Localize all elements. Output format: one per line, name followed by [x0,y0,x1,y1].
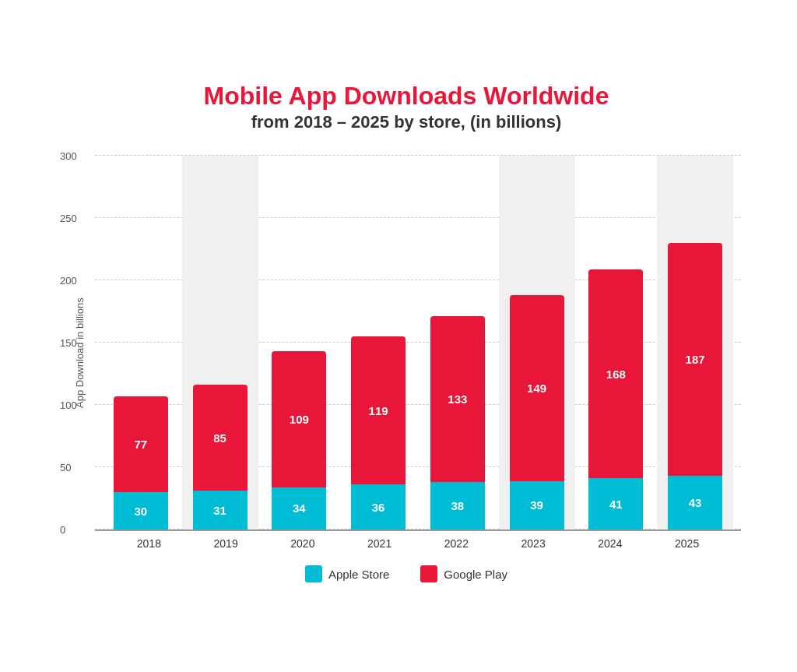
grid-label-250: 250 [60,213,77,224]
grid-label-200: 200 [60,275,77,287]
x-label-2019: 2019 [188,537,265,550]
chart-container: Mobile App Downloads Worldwide from 2018… [25,58,772,614]
x-label-2025: 2025 [648,537,725,550]
x-axis-line [95,530,741,531]
bar-group-wrapper-2022: 13338 [420,156,496,530]
bar-stack-2021: 11936 [351,336,406,530]
chart-area: App Download in billions 050100150200250… [72,156,741,550]
grid-label-0: 0 [60,524,65,536]
legend-label-apple: Apple Store [328,568,389,581]
bar-stack-2022: 13338 [430,316,485,530]
bar-apple-2021: 36 [351,484,406,530]
bar-apple-2019: 31 [193,491,248,530]
bar-google-2021: 119 [351,336,406,484]
bar-stack-2023: 14939 [510,295,564,530]
bar-stack-2020: 10934 [272,351,326,530]
grid-and-bars: 0501001502002503007730853110934119361333… [95,156,741,530]
bar-apple-2020: 34 [272,487,326,530]
chart-inner: 0501001502002503007730853110934119361333… [95,156,741,550]
legend-item-google: Google Play [420,565,507,582]
bar-group-wrapper-2018: 7730 [103,156,179,530]
x-label-2023: 2023 [495,537,572,550]
bar-apple-2018: 30 [114,492,168,530]
grid-label-100: 100 [60,399,77,411]
bar-stack-2025: 18743 [668,243,722,530]
chart-main-title: Mobile App Downloads Worldwide [72,82,741,111]
x-label-2018: 2018 [111,537,188,550]
bar-group-wrapper-2024: 16841 [578,156,655,530]
bar-google-2018: 77 [114,396,168,492]
bar-group-wrapper-2025: 18743 [657,156,733,530]
legend-item-apple: Apple Store [305,565,389,582]
chart-sub-title: from 2018 – 2025 by store, (in billions) [72,112,741,132]
bar-stack-2018: 7730 [114,396,168,530]
bar-stack-2024: 16841 [588,269,643,530]
bar-apple-2023: 39 [510,481,564,530]
bar-group-wrapper-2023: 14939 [499,156,575,530]
grid-label-50: 50 [60,462,71,473]
bar-group-wrapper-2019: 8531 [182,156,258,530]
legend-label-google: Google Play [444,568,507,581]
grid-label-300: 300 [60,150,77,162]
bar-google-2022: 133 [430,316,485,482]
bar-google-2024: 168 [588,269,643,479]
bar-google-2020: 109 [272,351,326,487]
x-label-2022: 2022 [418,537,495,550]
x-label-2024: 2024 [572,537,649,550]
bar-apple-2025: 43 [668,476,722,530]
bar-google-2023: 149 [510,295,564,480]
legend-color-google [420,565,437,582]
x-axis: 20182019202020212022202320242025 [95,537,741,550]
bars-row: 77308531109341193613338149391684118743 [95,156,741,530]
bar-stack-2019: 8531 [193,385,248,530]
x-label-2020: 2020 [265,537,342,550]
bar-apple-2022: 38 [430,482,485,530]
bar-group-wrapper-2020: 10934 [262,156,338,530]
bar-google-2025: 187 [668,243,722,476]
grid-label-150: 150 [60,337,77,349]
legend-color-apple [305,565,322,582]
bar-apple-2024: 41 [588,478,643,530]
chart-title: Mobile App Downloads Worldwide from 2018… [72,82,741,132]
x-label-2021: 2021 [341,537,418,550]
bar-group-wrapper-2021: 11936 [340,156,416,530]
legend: Apple Store Google Play [72,565,741,582]
bar-google-2019: 85 [193,385,248,491]
